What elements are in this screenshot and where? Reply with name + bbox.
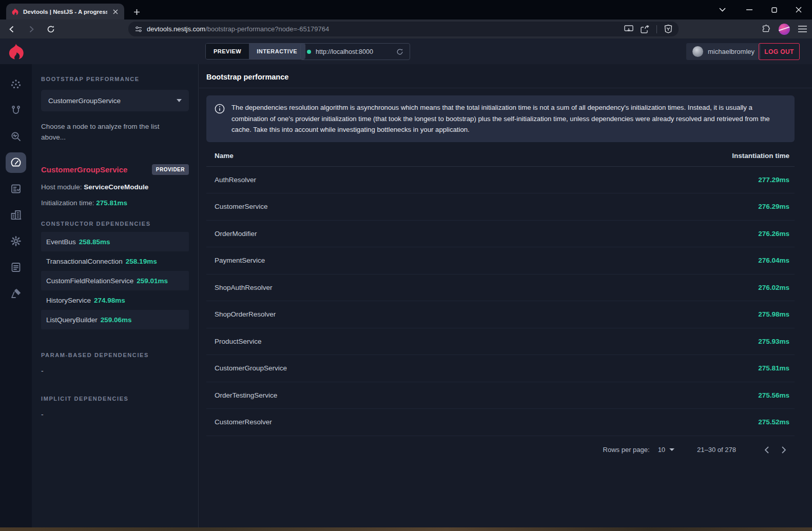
- connection-status-dot: [307, 50, 311, 54]
- info-text: The dependencies resolution algorithm is…: [231, 102, 784, 135]
- dependency-row[interactable]: EventBus258.85ms: [41, 232, 189, 251]
- tab-close-icon[interactable]: [111, 8, 120, 16]
- url-bar[interactable]: devtools.nestjs.com/bootstrap-performanc…: [128, 22, 679, 36]
- row-instantiation-time: 275.93ms: [758, 338, 789, 345]
- sidebar-item-docs[interactable]: [6, 257, 26, 278]
- urlbar-divider: [656, 25, 657, 33]
- table-row[interactable]: ProductService275.93ms: [206, 328, 795, 356]
- window-minimize-icon[interactable]: [739, 2, 760, 17]
- table-row[interactable]: ShopOrderResolver275.98ms: [206, 301, 795, 328]
- toolbar-right: [762, 22, 807, 36]
- window-maximize-icon[interactable]: [764, 2, 784, 17]
- sidebar-item-audit[interactable]: [6, 179, 26, 199]
- dependency-time: 258.85ms: [79, 238, 110, 246]
- previous-page-icon[interactable]: [758, 441, 775, 459]
- table-row[interactable]: CustomerGroupService275.81ms: [206, 355, 795, 382]
- row-name: OrderTestingService: [215, 391, 277, 399]
- mode-toggle: PREVIEW INTERACTIVE: [205, 43, 305, 60]
- rows-per-page-label: Rows per page:: [603, 446, 650, 454]
- next-page-icon[interactable]: [775, 441, 792, 459]
- interactive-tab[interactable]: INTERACTIVE: [249, 44, 305, 59]
- row-name: ShopAuthResolver: [215, 284, 273, 291]
- preview-tab[interactable]: PREVIEW: [206, 44, 249, 59]
- urlbar-actions: [624, 25, 672, 33]
- rows-per-page-caret-icon: [669, 448, 674, 451]
- browser-profile-avatar[interactable]: [779, 24, 790, 35]
- row-instantiation-time: 276.29ms: [758, 203, 789, 210]
- dependency-row[interactable]: CustomFieldRelationService259.01ms: [41, 271, 189, 290]
- table-row[interactable]: ShopAuthResolver276.02ms: [206, 274, 795, 302]
- choose-node-hint: Choose a node to analyze from the list a…: [41, 121, 169, 143]
- constructor-deps-title: CONSTRUCTOR DEPENDENCIES: [41, 221, 189, 227]
- menu-hamburger-icon[interactable]: [798, 26, 807, 32]
- main-content: Bootstrap performance The dependencies r…: [199, 64, 812, 527]
- node-detail-header: CustomerGroupService PROVIDER: [41, 164, 189, 175]
- rows-per-page-select[interactable]: 10: [658, 446, 674, 454]
- sidebar-item-modules[interactable]: [6, 205, 26, 225]
- logout-button[interactable]: LOG OUT: [759, 43, 800, 60]
- perf-table-rows: AuthResolver277.29msCustomerService276.2…: [206, 167, 795, 436]
- dependency-row[interactable]: TransactionalConnection258.19ms: [41, 251, 189, 271]
- back-icon[interactable]: [4, 22, 20, 37]
- implicit-deps-title: IMPLICIT DEPENDENCIES: [41, 396, 189, 402]
- sidebar-item-insights[interactable]: [6, 126, 26, 147]
- nestjs-favicon: [11, 8, 19, 16]
- sidebar-item-settings[interactable]: [6, 231, 26, 251]
- media-cast-icon[interactable]: [624, 25, 633, 33]
- nestjs-logo[interactable]: [0, 38, 32, 64]
- sidebar-item-routes[interactable]: [6, 100, 26, 121]
- row-name: CustomerService: [215, 203, 268, 210]
- url-text[interactable]: devtools.nestjs.com/bootstrap-performanc…: [147, 25, 620, 33]
- dependency-time: 258.19ms: [126, 258, 157, 265]
- provider-badge: PROVIDER: [152, 164, 189, 175]
- refresh-icon[interactable]: [396, 48, 403, 55]
- row-instantiation-time: 275.56ms: [758, 391, 789, 399]
- dependency-name: HistoryService: [46, 297, 91, 304]
- share-icon[interactable]: [641, 25, 649, 33]
- reload-icon[interactable]: [43, 22, 59, 37]
- table-row[interactable]: CustomerService276.29ms: [206, 193, 795, 221]
- dependency-row[interactable]: ListQueryBuilder259.06ms: [41, 310, 189, 329]
- dependency-time: 259.06ms: [101, 316, 132, 324]
- constructor-deps-list: EventBus258.85msTransactionalConnection2…: [41, 232, 189, 329]
- dependency-name: CustomFieldRelationService: [46, 277, 133, 285]
- dependency-row[interactable]: HistoryService274.98ms: [41, 290, 189, 310]
- sidebar-item-graph[interactable]: [6, 74, 26, 94]
- row-instantiation-time: 276.02ms: [758, 284, 789, 291]
- table-row[interactable]: PaymentService276.04ms: [206, 247, 795, 274]
- browser-tab[interactable]: Devtools | NestJS - A progressive Node.j…: [6, 4, 124, 19]
- user-chip[interactable]: michaelbromley: [686, 43, 761, 60]
- icon-rail: [0, 64, 32, 527]
- target-url-box[interactable]: http://localhost:8000: [300, 43, 410, 60]
- info-banner: The dependencies resolution algorithm is…: [206, 95, 795, 142]
- brave-shield-icon[interactable]: [664, 25, 672, 33]
- info-icon: [215, 102, 225, 135]
- app-header: PREVIEW INTERACTIVE http://localhost:800…: [0, 38, 812, 64]
- row-name: OrderModifier: [215, 230, 257, 238]
- dependency-name: ListQueryBuilder: [46, 316, 98, 324]
- row-instantiation-time: 275.52ms: [758, 418, 789, 426]
- pagination-range: 21–30 of 278: [697, 446, 736, 454]
- table-row[interactable]: AuthResolver277.29ms: [206, 167, 795, 194]
- target-url[interactable]: http://localhost:8000: [316, 48, 392, 55]
- table-row[interactable]: OrderModifier276.26ms: [206, 221, 795, 248]
- row-instantiation-time: 277.29ms: [758, 176, 789, 184]
- tab-search-chevron-icon[interactable]: [714, 2, 730, 17]
- node-name: CustomerGroupService: [41, 165, 127, 174]
- table-row[interactable]: CustomerResolver275.52ms: [206, 409, 795, 436]
- table-row[interactable]: OrderTestingService275.56ms: [206, 382, 795, 409]
- sidebar-item-bootstrap-performance[interactable]: [6, 152, 26, 173]
- sidebar-item-sandbox[interactable]: [6, 283, 26, 304]
- browser-tab-strip: Devtools | NestJS - A progressive Node.j…: [0, 0, 812, 19]
- column-name: Name: [215, 152, 234, 160]
- new-tab-icon[interactable]: [130, 6, 143, 18]
- window-close-icon[interactable]: [788, 2, 809, 17]
- extensions-icon[interactable]: [762, 25, 770, 33]
- row-name: AuthResolver: [215, 176, 256, 184]
- site-settings-icon[interactable]: [134, 25, 143, 33]
- dependency-time: 259.01ms: [137, 277, 168, 285]
- row-name: ShopOrderResolver: [215, 310, 276, 318]
- node-select-dropdown[interactable]: CustomerGroupService: [41, 90, 189, 111]
- forward-icon[interactable]: [24, 22, 39, 37]
- init-time-value: 275.81ms: [96, 199, 127, 207]
